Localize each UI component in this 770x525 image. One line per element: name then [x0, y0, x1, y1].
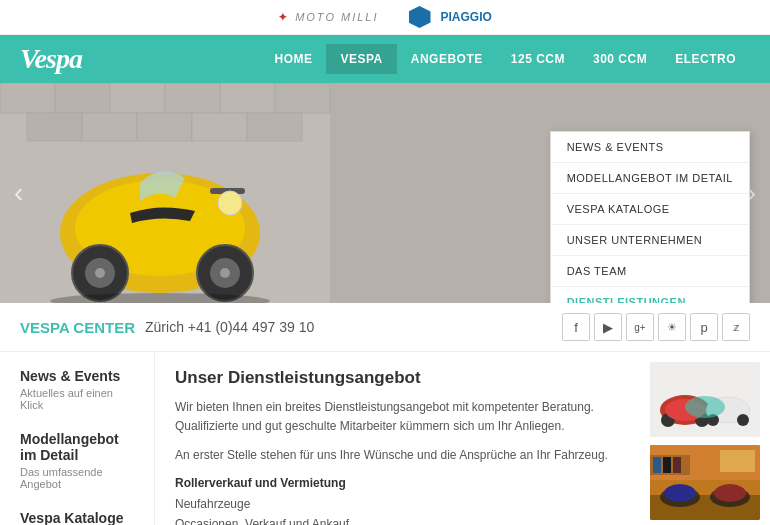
- list-item: Neufahrzeuge: [175, 494, 630, 514]
- svg-point-37: [737, 414, 749, 426]
- vespa-brand: Vespa: [20, 43, 82, 74]
- svg-rect-3: [55, 83, 110, 113]
- social-googleplus[interactable]: g+: [626, 313, 654, 341]
- thumbnail-store[interactable]: [650, 445, 760, 520]
- sidebar: News & Events Aktuelles auf einen Klick …: [0, 352, 155, 525]
- nav-125[interactable]: 125 ccm: [497, 44, 579, 74]
- svg-rect-2: [0, 83, 55, 113]
- svg-point-39: [685, 396, 725, 418]
- sidebar-news-subtitle: Aktuelles auf einen Klick: [20, 387, 138, 411]
- social-pinterest[interactable]: p: [690, 313, 718, 341]
- svg-rect-48: [653, 457, 661, 473]
- sidebar-item-modellangebot: Modellangebot im Detail Das umfassende A…: [20, 431, 138, 490]
- dropdown-box: NEWS & EVENTS MODELLANGEBOT IM DETAIL VE…: [550, 131, 750, 303]
- social-youtube[interactable]: ▶: [594, 313, 622, 341]
- dropdown-dienstleistungen[interactable]: DIENSTLEISTUNGEN: [551, 287, 749, 303]
- svg-rect-49: [663, 457, 671, 473]
- vespa-center-bar: VESPA CENTER Zürich +41 (0)44 497 39 10 …: [0, 303, 770, 352]
- sidebar-item-kataloge: Vespa Kataloge: [20, 510, 138, 525]
- nav-electro[interactable]: Electro: [661, 44, 750, 74]
- dropdown-kataloge[interactable]: VESPA KATALOGE: [551, 194, 749, 225]
- dropdown-menu: NEWS & EVENTS MODELLANGEBOT IM DETAIL VE…: [0, 131, 770, 303]
- nav-home[interactable]: HOME: [260, 44, 326, 74]
- content-title: Unser Dienstleistungsangebot: [175, 368, 630, 388]
- top-bar: ✦ MOTO MILLI PIAGGIO: [0, 0, 770, 35]
- piaggio-logo: PIAGGIO: [409, 6, 492, 28]
- svg-point-44: [664, 484, 696, 502]
- content-section1-list: Neufahrzeuge Occasionen, Verkauf und Ank…: [175, 494, 630, 525]
- svg-rect-51: [720, 450, 755, 472]
- sidebar-modellangebot-subtitle: Das umfassende Angebot: [20, 466, 138, 490]
- list-item: Occasionen, Verkauf und Ankauf: [175, 514, 630, 525]
- site-logo: Vespa: [20, 43, 82, 75]
- svg-rect-6: [220, 83, 275, 113]
- dropdown-team[interactable]: DAS TEAM: [551, 256, 749, 287]
- svg-rect-4: [110, 83, 165, 113]
- dropdown-unternehmen[interactable]: UNSER UNTERNEHMEN: [551, 225, 749, 256]
- social-twitter[interactable]: 𝕫: [722, 313, 750, 341]
- main-content: News & Events Aktuelles auf einen Klick …: [0, 352, 770, 525]
- site-header: Vespa HOME VESPA ANGEBOTE 125 ccm 300 cc…: [0, 35, 770, 83]
- sidebar-modellangebot-title[interactable]: Modellangebot im Detail: [20, 431, 138, 463]
- hero-section: NEWS & EVENTS MODELLANGEBOT IM DETAIL VE…: [0, 83, 770, 303]
- svg-rect-50: [673, 457, 681, 473]
- svg-rect-5: [165, 83, 220, 113]
- svg-point-46: [714, 484, 746, 502]
- vespa-center-info: Zürich +41 (0)44 497 39 10: [145, 319, 314, 335]
- dropdown-news[interactable]: NEWS & EVENTS: [551, 132, 749, 163]
- content-intro2: An erster Stelle stehen für uns Ihre Wün…: [175, 446, 630, 465]
- sidebar-kataloge-title[interactable]: Vespa Kataloge: [20, 510, 138, 525]
- thumbnail-scooters[interactable]: [650, 362, 760, 437]
- dropdown-modellangebot[interactable]: MODELLANGEBOT IM DETAIL: [551, 163, 749, 194]
- main-nav: HOME VESPA ANGEBOTE 125 ccm 300 ccm Elec…: [260, 44, 750, 74]
- sidebar-news-title[interactable]: News & Events: [20, 368, 138, 384]
- content-section1-title: Rollerverkauf und Vermietung: [175, 476, 630, 490]
- social-instagram[interactable]: ☀: [658, 313, 686, 341]
- sidebar-item-news: News & Events Aktuelles auf einen Klick: [20, 368, 138, 411]
- nav-vespa[interactable]: VESPA: [326, 44, 396, 74]
- content-area: Unser Dienstleistungsangebot Wir bieten …: [155, 352, 650, 525]
- moto-logo: ✦ MOTO MILLI: [278, 11, 378, 24]
- nav-300[interactable]: 300 ccm: [579, 44, 661, 74]
- image-column: [650, 352, 770, 525]
- social-icons: f ▶ g+ ☀ p 𝕫: [562, 313, 750, 341]
- vespa-center-title: VESPA CENTER: [20, 319, 135, 336]
- nav-angebote[interactable]: ANGEBOTE: [397, 44, 497, 74]
- social-facebook[interactable]: f: [562, 313, 590, 341]
- svg-rect-7: [275, 83, 330, 113]
- content-intro1: Wir bieten Ihnen ein breites Dienstleist…: [175, 398, 630, 436]
